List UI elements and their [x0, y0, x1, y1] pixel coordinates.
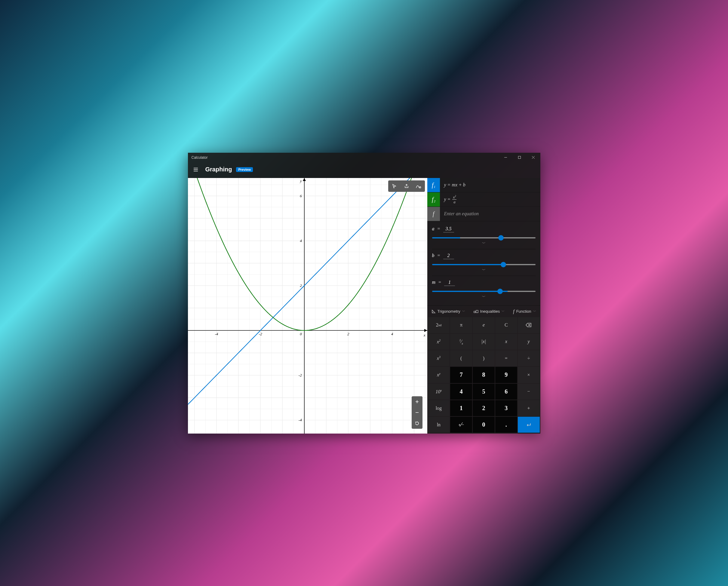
expand-b[interactable]: ﹀	[432, 267, 536, 274]
key-1[interactable]: 1	[450, 400, 472, 416]
share-button[interactable]	[401, 182, 412, 191]
expand-a[interactable]: ﹀	[432, 240, 536, 248]
equation-swatch-2[interactable]: f2	[427, 192, 440, 207]
backspace-icon	[526, 323, 531, 327]
mode-header: Graphing Preview	[188, 162, 540, 178]
graph-settings-button[interactable]	[413, 182, 424, 191]
menu-button[interactable]	[190, 164, 201, 175]
app-window: Calculator Graphing Preview -4-224-4-224…	[188, 153, 540, 433]
svg-text:-2: -2	[259, 331, 262, 336]
key-3[interactable]: 3	[495, 400, 517, 416]
key-minus[interactable]: −	[518, 384, 540, 400]
equation-expr-1[interactable]: y = mx + b	[440, 178, 540, 192]
equation-row-1[interactable]: f1 y = mx + b	[427, 178, 540, 192]
equation-label: f	[432, 196, 434, 203]
equation-row-new[interactable]: f Enter an equation	[427, 207, 540, 221]
var-value[interactable]: 2	[443, 253, 454, 259]
svg-rect-1	[518, 156, 521, 159]
tab-trigonometry[interactable]: Trigonometry﹀	[432, 309, 465, 314]
svg-text:4: 4	[391, 331, 393, 336]
minimize-button[interactable]	[499, 153, 513, 162]
var-name: b	[432, 253, 435, 258]
key-8[interactable]: 8	[473, 367, 495, 383]
tab-function[interactable]: f Function﹀	[513, 309, 536, 314]
svg-text:0: 0	[300, 331, 302, 336]
svg-marker-53	[424, 329, 427, 331]
var-value[interactable]: 1	[444, 279, 455, 286]
key-lparen[interactable]: (	[450, 350, 472, 366]
var-value[interactable]: 3.5	[443, 226, 454, 233]
key-multiply[interactable]: ×	[518, 367, 540, 383]
variable-a: a = 3.5 ﹀	[432, 223, 536, 249]
key-6[interactable]: 6	[495, 384, 517, 400]
equation-list: f1 y = mx + b f2 y = x2a f	[427, 178, 540, 221]
equation-expr-2[interactable]: y = x2a	[440, 192, 540, 207]
expand-m[interactable]: ﹀	[432, 294, 536, 301]
zoom-in-button[interactable]	[412, 396, 422, 407]
key-rparen[interactable]: )	[473, 350, 495, 366]
key-negate[interactable]: +⁄−	[450, 417, 472, 433]
key-plus[interactable]: +	[518, 400, 540, 416]
enter-icon	[526, 423, 531, 427]
window-title: Calculator	[191, 155, 208, 160]
svg-text:-4: -4	[298, 418, 302, 422]
key-x[interactable]: x	[495, 334, 517, 350]
key-x3[interactable]: x3	[428, 350, 450, 366]
equation-swatch-1[interactable]: f1	[427, 178, 440, 192]
preview-badge: Preview	[236, 167, 253, 172]
key-pi[interactable]: π	[450, 317, 472, 333]
key-equals[interactable]: =	[495, 350, 517, 366]
key-x2[interactable]: x2	[428, 334, 450, 350]
slider-b[interactable]	[432, 264, 536, 265]
key-9[interactable]: 9	[495, 367, 517, 383]
maximize-button[interactable]	[513, 153, 526, 162]
key-2nd[interactable]: 2nd	[428, 317, 450, 333]
svg-text:2: 2	[300, 283, 302, 288]
tab-inequalities[interactable]: Inequalities﹀	[474, 309, 505, 314]
key-0[interactable]: 0	[473, 417, 495, 433]
key-5[interactable]: 5	[473, 384, 495, 400]
equation-swatch-new: f	[427, 207, 440, 221]
zoom-out-button[interactable]	[412, 407, 422, 418]
slider-a[interactable]	[432, 237, 536, 238]
svg-text:x: x	[423, 333, 425, 337]
var-name: a	[432, 226, 435, 232]
content: -4-224-4-22460xy	[188, 178, 540, 433]
variable-b: b = 2 ﹀	[432, 250, 536, 276]
svg-text:-4: -4	[215, 331, 218, 336]
svg-text:2: 2	[347, 331, 349, 336]
svg-text:y: y	[299, 179, 302, 183]
key-decimal[interactable]: .	[495, 417, 517, 433]
key-7[interactable]: 7	[450, 367, 472, 383]
key-clear[interactable]: C	[495, 317, 517, 333]
var-name: m	[432, 279, 436, 285]
key-2[interactable]: 2	[473, 400, 495, 416]
key-e[interactable]: e	[473, 317, 495, 333]
key-abs[interactable]: |x|	[473, 334, 495, 350]
key-reciprocal[interactable]: 1⁄x	[450, 334, 472, 350]
trace-button[interactable]	[389, 182, 400, 191]
slider-m[interactable]	[432, 291, 536, 292]
svg-text:4: 4	[300, 238, 302, 243]
svg-text:6: 6	[300, 193, 302, 198]
key-enter[interactable]	[518, 417, 540, 433]
svg-marker-54	[303, 178, 306, 181]
equation-row-2[interactable]: f2 y = x2a	[427, 192, 540, 207]
equation-input[interactable]: Enter an equation	[440, 207, 540, 221]
zoom-reset-button[interactable]	[412, 418, 422, 429]
variable-m: m = 1 ﹀	[432, 276, 536, 302]
key-4[interactable]: 4	[450, 384, 472, 400]
key-backspace[interactable]	[518, 317, 540, 333]
equation-sub: 2	[434, 199, 436, 203]
svg-text:-2: -2	[298, 373, 302, 377]
key-ln[interactable]: ln	[428, 417, 450, 433]
key-10x[interactable]: 10x	[428, 384, 450, 400]
key-y[interactable]: y	[518, 334, 540, 350]
key-log[interactable]: log	[428, 400, 450, 416]
key-xy[interactable]: xy	[428, 367, 450, 383]
graph-pane[interactable]: -4-224-4-22460xy	[188, 178, 427, 433]
graph-canvas[interactable]: -4-224-4-22460xy	[188, 178, 427, 433]
key-divide[interactable]: ÷	[518, 350, 540, 366]
angle-icon	[432, 310, 436, 314]
close-button[interactable]	[526, 153, 540, 162]
